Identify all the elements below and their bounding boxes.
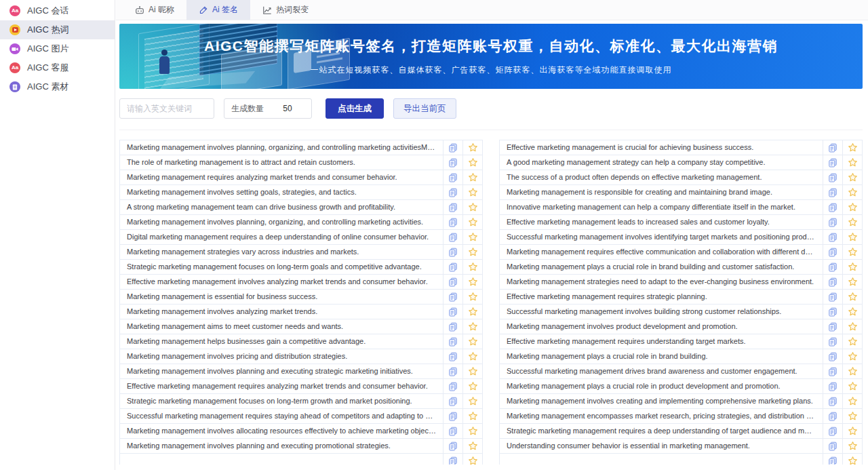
favorite-star-icon[interactable]: [842, 305, 862, 319]
favorite-star-icon[interactable]: [842, 185, 862, 199]
copy-icon[interactable]: [443, 439, 462, 453]
copy-icon[interactable]: [823, 245, 842, 259]
copy-icon[interactable]: [443, 215, 462, 229]
copy-icon[interactable]: [443, 185, 462, 199]
favorite-star-icon[interactable]: [462, 394, 482, 408]
favorite-star-icon[interactable]: [462, 260, 482, 274]
favorite-star-icon[interactable]: [462, 439, 482, 453]
copy-icon[interactable]: [823, 454, 842, 465]
favorite-star-icon[interactable]: [462, 200, 482, 214]
copy-icon[interactable]: [443, 349, 462, 364]
copy-icon[interactable]: [823, 349, 842, 364]
favorite-star-icon[interactable]: [462, 424, 482, 438]
favorite-star-icon[interactable]: [842, 245, 862, 259]
copy-icon[interactable]: [823, 275, 842, 289]
favorite-star-icon[interactable]: [842, 439, 862, 453]
copy-icon[interactable]: [443, 230, 462, 244]
copy-icon[interactable]: [823, 334, 842, 349]
sidebar-item-aigc-images[interactable]: AIGC 图片: [0, 39, 115, 58]
favorite-star-icon[interactable]: [462, 290, 482, 304]
favorite-star-icon[interactable]: [462, 215, 482, 229]
favorite-star-icon[interactable]: [842, 334, 862, 349]
copy-icon[interactable]: [443, 319, 462, 334]
generate-button[interactable]: 点击生成: [326, 98, 384, 119]
favorite-star-icon[interactable]: [842, 394, 862, 408]
copy-icon[interactable]: [443, 409, 462, 423]
favorite-star-icon[interactable]: [842, 140, 862, 155]
favorite-star-icon[interactable]: [842, 260, 862, 274]
copy-icon[interactable]: [443, 245, 462, 259]
favorite-star-icon[interactable]: [462, 185, 482, 199]
favorite-star-icon[interactable]: [842, 319, 862, 334]
copy-icon[interactable]: [823, 170, 842, 184]
sidebar-item-aigc-hotwords[interactable]: AIGC 热词: [0, 20, 115, 39]
copy-icon[interactable]: [823, 409, 842, 423]
favorite-star-icon[interactable]: [462, 155, 482, 170]
copy-icon[interactable]: [823, 200, 842, 214]
favorite-star-icon[interactable]: [842, 215, 862, 229]
favorite-star-icon[interactable]: [462, 319, 482, 334]
favorite-star-icon[interactable]: [462, 245, 482, 259]
copy-icon[interactable]: [443, 140, 462, 155]
copy-icon[interactable]: [823, 155, 842, 170]
copy-icon[interactable]: [823, 319, 842, 334]
copy-icon[interactable]: [823, 140, 842, 155]
copy-icon[interactable]: [823, 260, 842, 274]
favorite-star-icon[interactable]: [462, 305, 482, 319]
copy-icon[interactable]: [443, 334, 462, 349]
copy-icon[interactable]: [443, 454, 462, 465]
favorite-star-icon[interactable]: [842, 275, 862, 289]
copy-icon[interactable]: [443, 290, 462, 304]
favorite-star-icon[interactable]: [462, 409, 482, 423]
copy-icon[interactable]: [443, 364, 462, 378]
copy-icon[interactable]: [443, 260, 462, 274]
copy-icon[interactable]: [443, 275, 462, 289]
sidebar-item-aigc-chat[interactable]: Aa AIGC 会话: [0, 1, 115, 20]
copy-icon[interactable]: [823, 379, 842, 393]
favorite-star-icon[interactable]: [842, 200, 862, 214]
favorite-star-icon[interactable]: [462, 140, 482, 155]
copy-icon[interactable]: [443, 305, 462, 319]
favorite-star-icon[interactable]: [842, 409, 862, 423]
favorite-star-icon[interactable]: [462, 275, 482, 289]
tab-ai-signature[interactable]: Ai 签名: [186, 0, 250, 20]
favorite-star-icon[interactable]: [462, 334, 482, 349]
favorite-star-icon[interactable]: [462, 364, 482, 378]
favorite-star-icon[interactable]: [842, 155, 862, 170]
tab-hotword-fission[interactable]: 热词裂变: [250, 0, 321, 20]
copy-icon[interactable]: [823, 185, 842, 199]
copy-icon[interactable]: [823, 364, 842, 378]
copy-icon[interactable]: [823, 424, 842, 438]
copy-icon[interactable]: [443, 394, 462, 408]
keyword-input[interactable]: [119, 98, 214, 119]
favorite-star-icon[interactable]: [462, 349, 482, 364]
copy-icon[interactable]: [823, 290, 842, 304]
favorite-star-icon[interactable]: [842, 454, 862, 465]
favorite-star-icon[interactable]: [462, 379, 482, 393]
copy-icon[interactable]: [443, 379, 462, 393]
copy-icon[interactable]: [823, 215, 842, 229]
copy-icon[interactable]: [823, 439, 842, 453]
copy-icon[interactable]: [443, 155, 462, 170]
favorite-star-icon[interactable]: [842, 349, 862, 364]
copy-icon[interactable]: [443, 200, 462, 214]
favorite-star-icon[interactable]: [462, 230, 482, 244]
copy-icon[interactable]: [823, 394, 842, 408]
copy-icon[interactable]: [823, 230, 842, 244]
favorite-star-icon[interactable]: [842, 170, 862, 184]
tab-ai-nickname[interactable]: Ai 昵称: [123, 0, 186, 20]
copy-icon[interactable]: [443, 170, 462, 184]
export-page-button[interactable]: 导出当前页: [393, 98, 456, 119]
copy-icon[interactable]: [823, 305, 842, 319]
copy-icon[interactable]: [443, 424, 462, 438]
favorite-star-icon[interactable]: [842, 379, 862, 393]
favorite-star-icon[interactable]: [462, 454, 482, 465]
count-input[interactable]: [264, 104, 311, 113]
sidebar-item-aigc-materials[interactable]: AIGC 素材: [0, 77, 115, 96]
favorite-star-icon[interactable]: [842, 290, 862, 304]
sidebar-item-aigc-service[interactable]: Aa AIGC 客服: [0, 58, 115, 77]
favorite-star-icon[interactable]: [842, 424, 862, 438]
favorite-star-icon[interactable]: [842, 364, 862, 378]
favorite-star-icon[interactable]: [842, 230, 862, 244]
favorite-star-icon[interactable]: [462, 170, 482, 184]
